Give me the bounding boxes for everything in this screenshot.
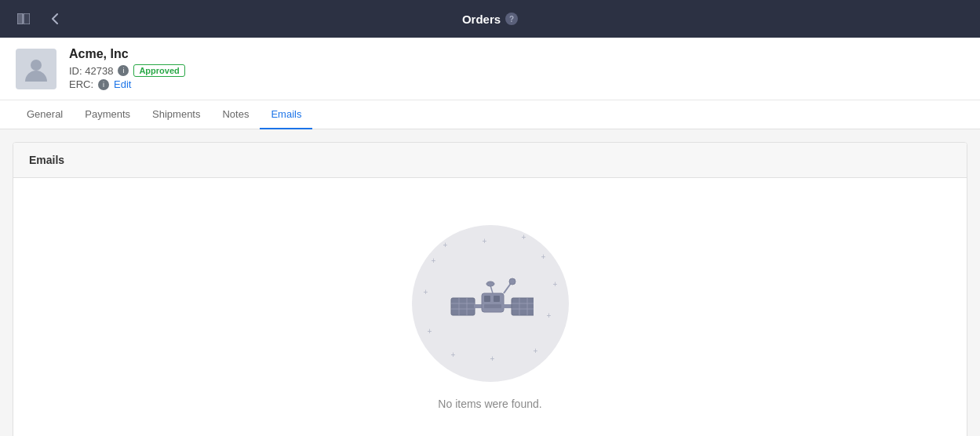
star-2: + — [483, 237, 487, 245]
star-5: + — [553, 280, 558, 289]
star-8: + — [490, 354, 495, 363]
empty-message: No items were found. — [438, 398, 541, 410]
top-nav: Orders ? — [0, 0, 980, 38]
svg-line-23 — [490, 285, 493, 293]
profile-section: Acme, Inc ID: 42738 i Approved ERC: i Ed… — [0, 38, 980, 100]
svg-point-4 — [31, 60, 42, 71]
tab-payments[interactable]: Payments — [74, 100, 141, 129]
nav-left-buttons — [13, 8, 66, 30]
tab-notes[interactable]: Notes — [211, 100, 260, 129]
star-4: + — [541, 253, 546, 261]
sidebar-toggle-button[interactable] — [13, 8, 35, 30]
svg-rect-13 — [494, 296, 500, 302]
tab-general[interactable]: General — [16, 100, 74, 129]
main-content: Emails + + + + + + + + + + + + — [0, 129, 980, 436]
star-10: + — [428, 327, 432, 336]
star-9: + — [451, 351, 456, 359]
profile-meta: ID: 42738 i Approved ERC: i Edit — [69, 64, 185, 90]
id-info-icon[interactable]: i — [118, 65, 129, 76]
star-1: + — [443, 241, 448, 249]
svg-rect-0 — [17, 13, 23, 24]
erc-row: ERC: i Edit — [69, 78, 185, 90]
empty-illustration: + + + + + + + + + + + + — [412, 225, 569, 382]
empty-state: + + + + + + + + + + + + — [13, 178, 967, 436]
erc-info-icon[interactable]: i — [98, 79, 109, 90]
star-7: + — [534, 347, 538, 355]
id-row: ID: 42738 i Approved — [69, 64, 185, 77]
tabs-bar: General Payments Shipments Notes Emails — [0, 100, 980, 129]
svg-rect-5 — [451, 298, 475, 315]
emails-card: Emails + + + + + + + + + + + + — [13, 142, 967, 436]
svg-rect-12 — [484, 296, 490, 302]
card-title: Emails — [29, 154, 951, 166]
title-help-icon[interactable]: ? — [505, 13, 518, 25]
card-header: Emails — [13, 143, 967, 178]
svg-rect-15 — [503, 304, 512, 308]
company-name: Acme, Inc — [69, 47, 185, 61]
page-title-text: Orders — [462, 13, 501, 26]
satellite-svg — [447, 260, 534, 347]
svg-point-24 — [486, 282, 494, 286]
svg-rect-14 — [484, 304, 501, 308]
erc-label: ERC: — [69, 78, 93, 90]
id-label: ID: 42738 — [69, 65, 113, 77]
avatar — [16, 49, 56, 89]
star-11: + — [424, 288, 428, 296]
star-12: + — [432, 256, 436, 265]
svg-rect-16 — [512, 298, 534, 315]
status-badge: Approved — [133, 64, 184, 77]
star-3: + — [522, 233, 526, 242]
svg-point-22 — [509, 278, 516, 285]
back-button[interactable] — [44, 8, 66, 30]
tab-shipments[interactable]: Shipments — [141, 100, 211, 129]
avatar-icon — [22, 55, 50, 83]
page-title: Orders ? — [462, 13, 518, 26]
tab-emails[interactable]: Emails — [260, 100, 312, 129]
profile-info: Acme, Inc ID: 42738 i Approved ERC: i Ed… — [69, 47, 185, 90]
edit-link[interactable]: Edit — [114, 78, 131, 90]
svg-rect-1 — [24, 13, 30, 24]
star-6: + — [547, 311, 552, 320]
